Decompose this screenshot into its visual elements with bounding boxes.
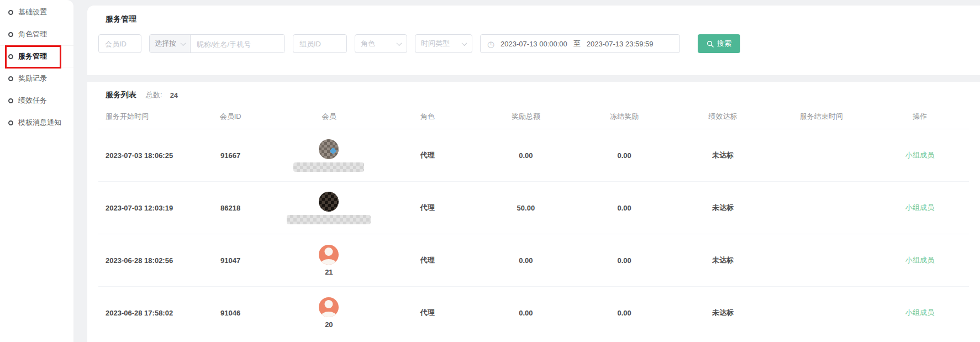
radio-circle-icon <box>8 32 13 37</box>
sidebar-item-basic-settings[interactable]: 基础设置 <box>0 1 73 23</box>
member-id-input[interactable] <box>98 34 141 53</box>
sidebar-item-label: 角色管理 <box>18 29 47 39</box>
col-reward-total: 奖励总额 <box>477 112 575 122</box>
cell-performance: 未达标 <box>673 255 772 265</box>
search-icon <box>707 40 714 48</box>
sidebar-item-template-message-notice[interactable]: 模板消息通知 <box>0 112 73 134</box>
radio-circle-icon <box>8 98 13 103</box>
sidebar: 基础设置 角色管理 服务管理 奖励记录 绩效任务 模板消息通知 <box>0 0 73 342</box>
radio-circle-icon <box>8 54 13 59</box>
group-members-link[interactable]: 小组成员 <box>905 151 934 159</box>
cell-member-id: 91667 <box>181 151 280 160</box>
group-members-link[interactable]: 小组成员 <box>905 308 934 317</box>
chevron-down-icon <box>462 40 467 46</box>
cell-member <box>280 192 378 224</box>
table-row: 2023-06-28 17:58:02 91046 20 代理 0.00 0.0… <box>98 286 969 339</box>
cell-performance: 未达标 <box>673 203 772 213</box>
search-by-select[interactable]: 选择按 <box>150 35 191 52</box>
col-actions: 操作 <box>871 112 969 122</box>
member-name: 20 <box>325 320 333 329</box>
cell-role: 代理 <box>378 308 477 318</box>
keyword-input[interactable] <box>191 35 284 53</box>
table-row: 2023-07-03 12:03:19 86218 代理 50.00 0.00 … <box>98 181 969 234</box>
radio-circle-icon <box>8 76 13 81</box>
member-avatar-blurred <box>319 192 339 212</box>
cell-reward-total: 50.00 <box>477 204 575 212</box>
panel-title: 服务管理 <box>98 14 969 24</box>
cell-frozen-reward: 0.00 <box>575 309 673 317</box>
cell-member: 20 <box>280 297 378 329</box>
date-range-start: 2023-07-13 00:00:00 <box>500 40 567 48</box>
group-member-id-input[interactable] <box>293 34 347 53</box>
member-name-blurred <box>293 162 364 172</box>
group-members-link[interactable]: 小组成员 <box>905 203 934 212</box>
cell-start-time: 2023-07-03 12:03:19 <box>98 204 181 212</box>
cell-role: 代理 <box>378 150 477 160</box>
cell-actions: 小组成员 <box>871 203 969 213</box>
cell-member <box>280 139 378 172</box>
date-range-picker[interactable]: ◷ 2023-07-13 00:00:00 至 2023-07-13 23:59… <box>480 34 680 53</box>
title-accent-bar <box>98 91 101 99</box>
time-type-placeholder: 时间类型 <box>421 39 450 49</box>
cell-member-id: 91046 <box>181 309 280 317</box>
search-button-label: 搜索 <box>717 39 731 49</box>
keyword-search-group: 选择按 <box>149 34 285 53</box>
total-label: 总数: <box>146 90 162 100</box>
cell-member: 21 <box>280 245 378 276</box>
total-count: 24 <box>170 91 178 99</box>
cell-actions: 小组成员 <box>871 308 969 318</box>
col-performance: 绩效达标 <box>673 112 772 122</box>
cell-role: 代理 <box>378 203 477 213</box>
page-title: 服务管理 <box>106 14 136 24</box>
col-member-id: 会员ID <box>181 112 280 122</box>
col-start-time: 服务开始时间 <box>98 112 181 122</box>
cell-role: 代理 <box>378 255 477 265</box>
sidebar-item-role-management[interactable]: 角色管理 <box>0 23 73 45</box>
sidebar-item-service-management[interactable]: 服务管理 <box>0 46 73 67</box>
cell-start-time: 2023-06-28 18:02:56 <box>98 256 181 265</box>
cell-actions: 小组成员 <box>871 255 969 265</box>
role-select-placeholder: 角色 <box>361 39 375 49</box>
main-content: 服务管理 选择按 角色 时间类型 ◷ 2023-07-13 <box>87 6 980 342</box>
table-row: 2023-07-03 18:06:25 91667 代理 0.00 0.00 未… <box>98 129 969 181</box>
cell-frozen-reward: 0.00 <box>575 151 673 160</box>
filter-bar: 选择按 角色 时间类型 ◷ 2023-07-13 00:00:00 至 2023… <box>98 34 969 53</box>
table-header-row: 服务开始时间 会员ID 会员 角色 奖励总额 冻结奖励 绩效达标 服务结束时间 … <box>98 104 969 129</box>
sidebar-item-reward-records[interactable]: 奖励记录 <box>0 67 73 90</box>
time-type-select[interactable]: 时间类型 <box>415 34 472 53</box>
member-avatar-default-icon <box>319 297 339 317</box>
cell-actions: 小组成员 <box>871 150 969 160</box>
sidebar-item-label: 模板消息通知 <box>18 118 61 128</box>
cell-reward-total: 0.00 <box>477 309 575 317</box>
chevron-down-icon <box>397 40 402 46</box>
sidebar-item-label: 服务管理 <box>18 51 47 61</box>
cell-reward-total: 0.00 <box>477 151 575 160</box>
sidebar-item-label: 奖励记录 <box>18 73 47 83</box>
col-member: 会员 <box>280 112 378 122</box>
search-button[interactable]: 搜索 <box>698 34 740 53</box>
title-accent-bar <box>98 15 101 24</box>
clock-icon: ◷ <box>487 40 494 48</box>
col-end-time: 服务结束时间 <box>772 112 871 122</box>
person-icon <box>325 248 333 256</box>
cell-member-id: 91047 <box>181 256 280 265</box>
radio-circle-icon <box>8 120 13 125</box>
role-select[interactable]: 角色 <box>355 34 407 53</box>
radio-circle-icon <box>8 10 13 15</box>
group-members-link[interactable]: 小组成员 <box>905 256 934 264</box>
service-list-panel: 服务列表 总数: 24 服务开始时间 会员ID 会员 角色 奖励总额 冻结奖励 … <box>87 82 980 342</box>
member-avatar-default-icon <box>319 245 339 265</box>
member-name-blurred <box>287 215 371 224</box>
member-avatar-blurred <box>319 139 339 159</box>
service-table: 服务开始时间 会员ID 会员 角色 奖励总额 冻结奖励 绩效达标 服务结束时间 … <box>98 104 969 339</box>
date-range-end: 2023-07-13 23:59:59 <box>587 40 654 48</box>
member-name: 21 <box>325 268 333 276</box>
cell-frozen-reward: 0.00 <box>575 256 673 265</box>
list-title: 服务列表 <box>106 90 136 100</box>
cell-performance: 未达标 <box>673 308 772 318</box>
sidebar-item-performance-tasks[interactable]: 绩效任务 <box>0 90 73 112</box>
cell-member-id: 86218 <box>181 204 280 212</box>
table-row: 2023-06-28 18:02:56 91047 21 代理 0.00 0.0… <box>98 234 969 286</box>
sidebar-item-label: 基础设置 <box>18 7 47 17</box>
list-title-row: 服务列表 总数: 24 <box>87 90 980 100</box>
